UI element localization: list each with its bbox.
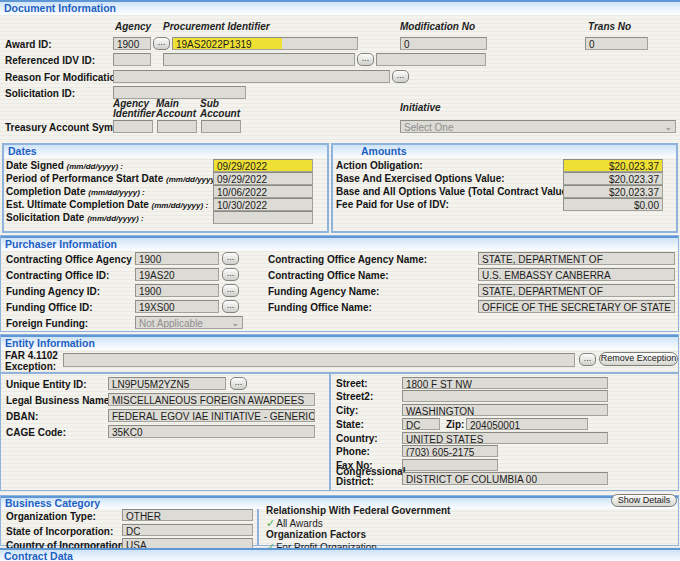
street-label: Street: (336, 378, 368, 389)
chevron-down-icon: ⌄ (664, 121, 672, 133)
country-field[interactable]: UNITED STATES (402, 432, 608, 444)
base-all-options-label: Base and All Options Value (Total Contra… (336, 186, 574, 197)
far-exception-field[interactable] (63, 353, 575, 367)
funding-office-id-lookup-button[interactable]: ... (222, 300, 239, 313)
reason-for-modification-lookup-button[interactable]: ... (392, 70, 409, 83)
fax-no-field[interactable] (402, 459, 498, 471)
solicitation-id-label: Solicitation ID: (5, 88, 75, 99)
completion-date-field[interactable]: 10/06/2022 (213, 185, 313, 198)
street2-field[interactable] (402, 390, 608, 402)
solicitation-date-field[interactable] (213, 211, 313, 224)
business-category-divider (257, 509, 259, 545)
dban-label: DBAN: (6, 411, 38, 422)
funding-agency-id-lookup-button[interactable]: ... (222, 284, 239, 297)
base-exercised-options-label: Base And Exercised Options Value: (336, 173, 505, 184)
award-id-label: Award ID: (5, 39, 52, 50)
far-exception-lookup-button[interactable]: ... (579, 353, 596, 366)
tas-header-main-account: Main Account (156, 99, 200, 119)
tas-sub-account-field[interactable] (201, 120, 241, 133)
legal-business-name-label: Legal Business Name: (6, 395, 113, 406)
section-header-amounts: Amounts (333, 145, 676, 158)
state-label: State: (336, 419, 364, 430)
far-exception-label: FAR 4.1102 Exception: (5, 350, 63, 372)
contracting-office-agency-name-field[interactable]: STATE, DEPARTMENT OF (478, 252, 675, 265)
section-header-contract-data: Contract Data (0, 548, 680, 561)
funding-agency-id-label: Funding Agency ID: (6, 286, 100, 297)
contracting-office-id-field[interactable]: 19AS20 (135, 268, 219, 281)
zip-field[interactable]: 204050001 (466, 418, 588, 430)
award-trans-no-field[interactable]: 0 (585, 37, 648, 50)
foreign-funding-selected-value: Not Applicable (139, 318, 203, 329)
unique-entity-id-lookup-button[interactable]: ... (230, 377, 247, 390)
est-ultimate-completion-date-label: Est. Ultimate Completion Date (6, 199, 149, 210)
show-details-button[interactable]: Show Details (611, 494, 677, 507)
referenced-idv-piid-field[interactable] (163, 53, 355, 66)
tas-header-agency-identifier: Agency Identifier (113, 99, 155, 119)
initiative-dropdown[interactable]: Select One ⌄ (400, 120, 676, 133)
contracting-office-agency-name-label: Contracting Office Agency Name: (268, 254, 427, 265)
referenced-idv-mod-field[interactable] (376, 53, 486, 66)
cage-code-field[interactable]: 35KC0 (108, 425, 315, 438)
state-of-incorporation-field[interactable]: DC (122, 524, 253, 536)
funding-office-id-label: Funding Office ID: (6, 302, 93, 313)
contracting-office-name-field[interactable]: U.S. EMBASSY CANBERRA (478, 268, 675, 281)
column-header-agency: Agency (115, 22, 151, 32)
foreign-funding-label: Foreign Funding: (6, 318, 88, 329)
action-obligation-field[interactable]: $20,023.37 (563, 159, 663, 172)
tas-agency-identifier-field[interactable] (113, 120, 153, 133)
entity-divider-horizontal (1, 372, 678, 374)
award-agency-field[interactable]: 1900 (113, 37, 151, 50)
est-ultimate-completion-date-field[interactable]: 10/30/2022 (213, 198, 313, 211)
contracting-office-id-lookup-button[interactable]: ... (222, 268, 239, 281)
contracting-office-agency-id-lookup-button[interactable]: ... (222, 252, 239, 265)
referenced-idv-label: Referenced IDV ID: (5, 55, 95, 66)
reason-for-modification-field[interactable] (113, 70, 390, 83)
legal-business-name-field[interactable]: MISCELLANEOUS FOREIGN AWARDEES (108, 393, 315, 406)
organization-type-field[interactable]: OTHER (122, 509, 253, 521)
base-all-options-field[interactable]: $20,023.37 (563, 185, 663, 198)
award-agency-lookup-button[interactable]: ... (153, 37, 170, 50)
fpds-contract-form: Document Information Agency Procurement … (0, 0, 680, 561)
city-label: City: (336, 405, 358, 416)
foreign-funding-dropdown[interactable]: Not Applicable ⌄ (135, 316, 243, 329)
date-signed-field[interactable]: 09/29/2022 (213, 159, 313, 172)
unique-entity-id-label: Unique Entity ID: (6, 379, 87, 390)
completion-date-label: Completion Date (6, 186, 85, 197)
contracting-office-agency-id-field[interactable]: 1900 (135, 252, 219, 265)
section-header-entity-information: Entity Information (1, 335, 678, 350)
referenced-idv-agency-field[interactable] (113, 53, 151, 66)
contracting-office-agency-id-label: Contracting Office Agency ID: (6, 254, 148, 265)
section-header-dates: Dates (4, 145, 327, 158)
city-field[interactable]: WASHINGTON (402, 404, 608, 416)
tas-main-account-field[interactable] (157, 120, 197, 133)
street2-label: Street2: (336, 391, 373, 402)
entity-divider-vertical (329, 374, 331, 490)
state-field[interactable]: DC (402, 418, 440, 430)
remove-exception-button[interactable]: Remove Exception (599, 352, 678, 366)
cage-code-label: CAGE Code: (6, 427, 66, 438)
funding-agency-id-field[interactable]: 1900 (135, 284, 219, 297)
pop-start-date-label: Period of Performance Start Date (6, 173, 163, 184)
dban-field[interactable]: FEDERAL EGOV IAE INITIATIVE - GENERIC D (108, 409, 315, 422)
column-header-procurement-identifier: Procurement Identifier (163, 22, 270, 32)
funding-office-name-field[interactable]: OFFICE OF THE SECRETARY OF STATE (478, 300, 675, 313)
funding-office-name-label: Funding Office Name: (268, 302, 372, 313)
base-exercised-options-field[interactable]: $20,023.37 (563, 172, 663, 185)
fee-paid-idv-field[interactable]: $0.00 (563, 198, 663, 211)
congressional-district-field[interactable]: DISTRICT OF COLUMBIA 00 (402, 472, 608, 485)
award-modification-no-field[interactable]: 0 (400, 37, 487, 50)
section-header-document-information: Document Information (0, 0, 680, 15)
award-piid-field[interactable]: 19AS2022P1319 (172, 37, 358, 50)
congressional-district-label: Congressional District: (336, 467, 398, 487)
unique-entity-id-field[interactable]: LN9PU5M2YZN5 (108, 377, 226, 390)
funding-agency-name-field[interactable]: STATE, DEPARTMENT OF (478, 284, 675, 297)
organization-factors-heading: Organization Factors (266, 529, 366, 540)
referenced-idv-lookup-button[interactable]: ... (357, 53, 374, 66)
funding-office-id-field[interactable]: 19XS00 (135, 300, 219, 313)
pop-start-date-field[interactable]: 09/29/2022 (213, 172, 313, 185)
zip-label: Zip: (446, 419, 464, 430)
section-title: Document Information (4, 2, 116, 14)
street-field[interactable]: 1800 F ST NW (402, 377, 608, 389)
reason-for-modification-label: Reason For Modification: (5, 72, 125, 83)
phone-field[interactable]: (703) 605-2175 (402, 445, 498, 457)
